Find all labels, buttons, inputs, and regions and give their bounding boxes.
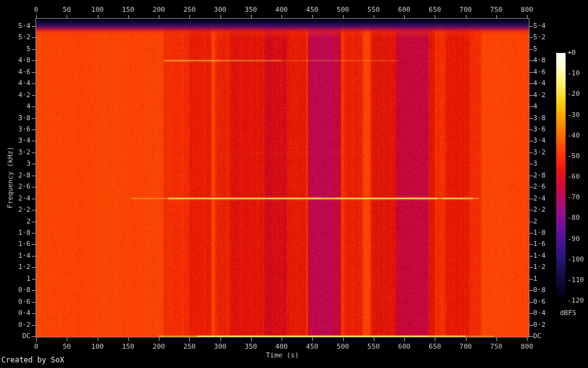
time-tick-label: 400 <box>269 6 294 14</box>
db-tick-label: -50 <box>567 152 588 161</box>
freq-tick-label: 5·4 <box>533 22 564 31</box>
freq-tick-label: 2·8 <box>0 171 31 180</box>
time-tick-mark <box>128 337 129 341</box>
time-tick-label: 650 <box>422 6 447 14</box>
freq-tick-mark <box>32 325 36 326</box>
freq-tick-mark <box>32 141 36 141</box>
time-tick-mark <box>312 15 313 19</box>
freq-tick-mark <box>32 26 36 27</box>
db-tick-label: -110 <box>567 276 588 285</box>
time-tick-label: 650 <box>422 342 447 351</box>
freq-tick-label: 5·4 <box>0 22 31 31</box>
time-tick-mark <box>98 337 98 341</box>
time-axis-title: Time (s) <box>36 351 529 359</box>
freq-tick-mark <box>32 72 36 73</box>
time-tick-label: 700 <box>453 342 478 351</box>
freq-tick-label: 4·4 <box>0 79 31 88</box>
freq-tick-mark <box>32 222 36 222</box>
time-tick-label: 500 <box>331 6 356 14</box>
time-tick-label: 500 <box>331 342 356 351</box>
db-tick-label: -70 <box>567 193 588 202</box>
time-tick-mark <box>343 15 344 19</box>
time-tick-label: 550 <box>361 342 386 351</box>
freq-axis-title: Frequency (kHz) <box>6 146 14 208</box>
time-tick-mark <box>435 337 435 341</box>
time-tick-label: 300 <box>208 342 233 351</box>
time-tick-mark <box>404 15 405 19</box>
time-tick-mark <box>312 337 313 341</box>
time-tick-mark <box>67 337 67 341</box>
freq-tick-mark <box>32 267 36 268</box>
colorbar-unit-label: dBFS <box>556 309 580 317</box>
freq-tick-label: 4 <box>0 102 31 111</box>
freq-tick-mark <box>32 210 36 210</box>
freq-tick-mark <box>32 83 36 84</box>
time-tick-label: 600 <box>392 6 417 14</box>
freq-tick-mark <box>32 233 36 234</box>
freq-tick-label: 1·4 <box>0 252 31 260</box>
freq-tick-label: 4·8 <box>0 56 31 65</box>
time-tick-mark <box>282 15 282 19</box>
freq-tick-mark <box>32 256 36 257</box>
time-tick-mark <box>527 337 528 341</box>
db-tick-label: -40 <box>567 131 588 140</box>
freq-tick-label: 2·4 <box>0 194 31 203</box>
time-tick-label: 300 <box>208 6 233 14</box>
time-tick-mark <box>36 15 37 19</box>
time-tick-mark <box>159 15 159 19</box>
freq-tick-mark <box>32 176 36 176</box>
db-tick-label: -30 <box>567 111 588 120</box>
freq-tick-mark <box>32 106 36 107</box>
freq-tick-mark <box>32 153 36 153</box>
freq-tick-label: 3·8 <box>0 114 31 123</box>
time-tick-label: 750 <box>484 6 509 14</box>
freq-tick-mark <box>32 187 36 187</box>
freq-tick-label: 3·2 <box>0 148 31 157</box>
freq-tick-mark <box>32 118 36 119</box>
time-tick-mark <box>159 337 159 341</box>
time-tick-label: 350 <box>239 6 263 14</box>
freq-tick-mark <box>32 290 36 291</box>
freq-tick-label: 1 <box>0 275 31 283</box>
time-tick-label: 700 <box>453 6 478 14</box>
time-tick-label: 150 <box>116 342 141 351</box>
freq-tick-mark <box>32 130 36 130</box>
freq-tick-mark <box>32 336 36 337</box>
time-tick-label: 250 <box>177 6 202 14</box>
time-tick-label: 0 <box>24 6 49 14</box>
freq-tick-label: 5 <box>533 45 564 54</box>
freq-tick-label: 0·4 <box>0 309 31 318</box>
db-tick-label: -20 <box>567 90 588 98</box>
time-tick-mark <box>527 15 528 19</box>
time-tick-mark <box>128 15 129 19</box>
time-tick-mark <box>282 337 282 341</box>
time-tick-mark <box>374 15 374 19</box>
time-tick-label: 350 <box>239 342 263 351</box>
time-tick-label: 400 <box>269 342 294 351</box>
freq-tick-label: 2 <box>0 217 31 226</box>
freq-tick-label: 3·4 <box>0 136 31 145</box>
sox-credit: Created by SoX <box>1 356 64 364</box>
freq-tick-label: 0·2 <box>0 321 31 329</box>
freq-tick-label: 5 <box>0 45 31 54</box>
freq-tick-label: 1·2 <box>0 263 31 271</box>
time-tick-mark <box>496 15 497 19</box>
sox-spectrogram-window: 0501001502002503003504004505005506006507… <box>0 0 588 368</box>
time-tick-mark <box>374 337 374 341</box>
time-tick-label: 800 <box>514 342 539 351</box>
time-tick-mark <box>343 337 344 341</box>
freq-tick-mark <box>32 244 36 245</box>
freq-tick-label: 0·2 <box>533 321 564 329</box>
db-tick-label: -100 <box>567 255 588 264</box>
db-tick-label: -90 <box>567 235 588 243</box>
freq-tick-mark <box>32 302 36 303</box>
freq-tick-mark <box>32 313 36 314</box>
freq-tick-label: 0·8 <box>0 286 31 295</box>
freq-tick-mark <box>32 37 36 38</box>
time-tick-label: 100 <box>85 342 110 351</box>
db-tick-label: +0 <box>567 49 588 57</box>
freq-tick-mark <box>32 95 36 96</box>
freq-tick-mark <box>32 199 36 199</box>
freq-tick-mark <box>32 60 36 61</box>
time-tick-label: 200 <box>146 342 171 351</box>
